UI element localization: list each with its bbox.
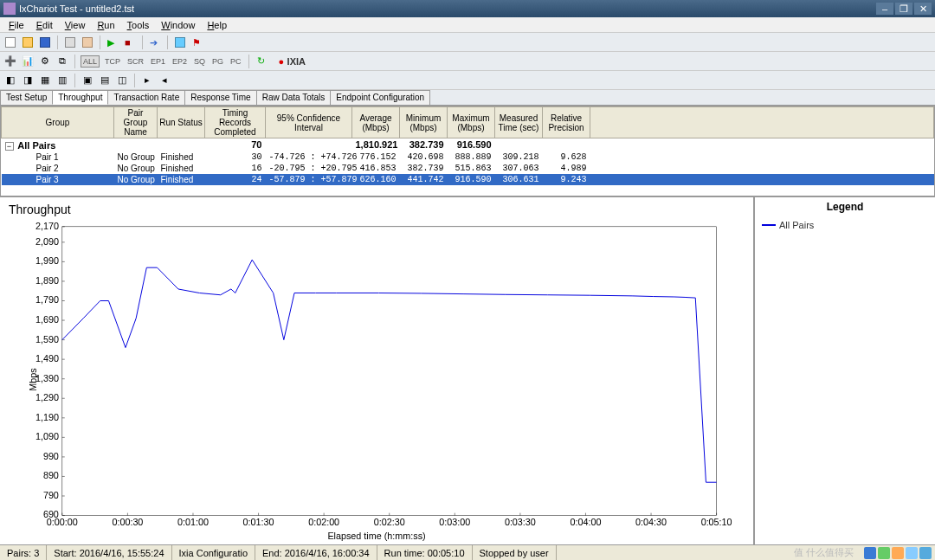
tab-test-setup[interactable]: Test Setup <box>0 90 53 105</box>
paste-icon[interactable] <box>81 35 94 49</box>
tool3-4[interactable]: ▥ <box>55 74 69 87</box>
col-minimum[interactable]: Minimum (Mbps) <box>400 107 448 138</box>
filter-tcp[interactable]: TCP <box>103 56 122 67</box>
svg-text:0:01:30: 0:01:30 <box>243 517 274 527</box>
export-icon[interactable]: ➔ <box>148 35 162 49</box>
statusbar: Pairs: 3 Start: 2016/4/16, 15:55:24 Ixia… <box>0 544 935 560</box>
svg-text:1,990: 1,990 <box>35 255 59 266</box>
col-precision[interactable]: Relative Precision <box>543 107 590 138</box>
tool3-8[interactable]: ▸ <box>140 74 154 87</box>
watermark: 值 什么值得买 <box>557 546 861 559</box>
results-table[interactable]: Group Pair Group Name Run Status Timing … <box>0 106 935 196</box>
chart-icon[interactable] <box>173 35 187 49</box>
legend-title: Legend <box>755 197 935 216</box>
tool3-6[interactable]: ▤ <box>98 74 112 87</box>
save-icon[interactable] <box>38 35 52 49</box>
col-maximum[interactable]: Maximum (Mbps) <box>448 107 495 138</box>
flag-icon[interactable]: ⚑ <box>190 35 204 49</box>
status-config: Ixia Configuratio <box>172 545 256 560</box>
new-icon[interactable] <box>3 35 17 49</box>
system-tray <box>861 547 935 559</box>
maximize-button[interactable]: ❐ <box>895 3 912 15</box>
tray-icon-5[interactable] <box>919 547 932 559</box>
legend-label: All Pairs <box>779 220 814 230</box>
add-group-icon[interactable]: 📊 <box>21 55 35 68</box>
filter-all[interactable]: ALL <box>81 55 100 68</box>
menu-run[interactable]: Run <box>92 19 119 31</box>
toolbar-1: ▶ ■ ➔ ⚑ <box>0 33 935 52</box>
add-pair-icon[interactable]: ➕ <box>3 55 17 68</box>
tray-icon-2[interactable] <box>878 547 890 559</box>
menu-window[interactable]: Window <box>156 19 200 31</box>
svg-text:0:05:10: 0:05:10 <box>701 517 732 527</box>
app-icon <box>3 3 16 15</box>
minimize-button[interactable]: – <box>876 3 893 15</box>
svg-text:1,090: 1,090 <box>35 431 59 441</box>
col-run-status[interactable]: Run Status <box>158 107 205 138</box>
tab-raw-data-totals[interactable]: Raw Data Totals <box>256 90 332 105</box>
summary-row[interactable]: − All Pairs 70 1,810.921382.739916.590 <box>2 138 934 152</box>
titlebar: IxChariot Test - untitled2.tst – ❐ ✕ <box>0 0 935 17</box>
col-pair-group[interactable]: Pair Group Name <box>114 107 158 138</box>
close-button[interactable]: ✕ <box>914 3 932 15</box>
svg-text:Elapsed time (h:mm:ss): Elapsed time (h:mm:ss) <box>327 531 425 541</box>
filter-pc[interactable]: PC <box>229 56 243 67</box>
refresh-icon[interactable]: ↻ <box>255 55 268 68</box>
menu-view[interactable]: View <box>60 19 91 31</box>
legend-item[interactable]: All Pairs <box>762 220 928 230</box>
filter-ep1[interactable]: EP1 <box>149 56 167 67</box>
toolbar-3: ◧ ◨ ▦ ▥ ▣ ▤ ◫ ▸ ◂ <box>0 71 935 90</box>
menu-tools[interactable]: Tools <box>122 19 155 31</box>
copy-icon[interactable] <box>63 35 77 49</box>
menu-edit[interactable]: Edit <box>31 19 58 31</box>
open-icon[interactable] <box>21 35 35 49</box>
filter-ep2[interactable]: EP2 <box>171 56 189 67</box>
menubar: File Edit View Run Tools Window Help <box>0 17 935 33</box>
col-group[interactable]: Group <box>2 107 114 138</box>
tray-icon-1[interactable] <box>864 547 876 559</box>
svg-text:0:04:00: 0:04:00 <box>570 517 601 527</box>
col-timing-records[interactable]: Timing Records Completed <box>205 107 266 138</box>
tab-endpoint-config[interactable]: Endpoint Configuration <box>330 90 430 105</box>
chart-area: Throughput 6907908909901,0901,1901,2901,… <box>0 196 935 544</box>
svg-text:0:02:00: 0:02:00 <box>308 517 339 527</box>
config-icon[interactable]: ⚙ <box>38 55 52 68</box>
menu-help[interactable]: Help <box>202 19 232 31</box>
status-pairs: Pairs: 3 <box>0 545 47 560</box>
status-stopped: Stopped by user <box>473 545 557 560</box>
svg-text:2,170: 2,170 <box>35 221 59 231</box>
throughput-chart[interactable]: 6907908909901,0901,1901,2901,3901,4901,5… <box>3 218 750 541</box>
tool3-3[interactable]: ▦ <box>38 74 52 87</box>
svg-text:0:03:30: 0:03:30 <box>505 517 536 527</box>
tool3-9[interactable]: ◂ <box>158 74 171 87</box>
table-row[interactable]: Pair 3No GroupFinished 24-57.879 : +57.8… <box>2 174 934 185</box>
tool3-7[interactable]: ◫ <box>115 74 129 87</box>
svg-text:1,390: 1,390 <box>35 373 59 383</box>
stop-icon[interactable]: ■ <box>123 35 137 49</box>
svg-text:1,490: 1,490 <box>35 353 59 364</box>
table-row[interactable]: Pair 1No GroupFinished 30-74.726 : +74.7… <box>2 151 934 163</box>
filter-scr[interactable]: SCR <box>126 56 145 67</box>
tool3-1[interactable]: ◧ <box>3 74 17 87</box>
tray-icon-3[interactable] <box>892 547 904 559</box>
tab-throughput[interactable]: Throughput <box>52 90 108 105</box>
tab-transaction-rate[interactable]: Transaction Rate <box>107 90 185 105</box>
filter-sq[interactable]: SQ <box>192 56 207 67</box>
tool3-5[interactable]: ▣ <box>81 74 94 87</box>
table-row[interactable]: Pair 2No GroupFinished 16-20.795 : +20.7… <box>2 163 934 174</box>
run-icon[interactable]: ▶ <box>106 35 119 49</box>
col-measured-time[interactable]: Measured Time (sec) <box>495 107 543 138</box>
menu-file[interactable]: File <box>3 19 29 31</box>
tool3-2[interactable]: ◨ <box>21 74 35 87</box>
svg-text:0:04:30: 0:04:30 <box>635 517 667 527</box>
col-confidence[interactable]: 95% Confidence Interval <box>266 107 352 138</box>
replicate-icon[interactable]: ⧉ <box>55 55 69 68</box>
tray-icon-4[interactable] <box>906 547 918 559</box>
tab-response-time[interactable]: Response Time <box>184 90 256 105</box>
status-end: End: 2016/4/16, 16:00:34 <box>255 545 377 560</box>
window-title: IxChariot Test - untitled2.tst <box>19 3 876 14</box>
filter-pg[interactable]: PG <box>210 56 225 67</box>
legend-swatch <box>762 224 776 226</box>
col-average[interactable]: Average (Mbps) <box>352 107 400 138</box>
svg-text:0:02:30: 0:02:30 <box>374 517 405 527</box>
